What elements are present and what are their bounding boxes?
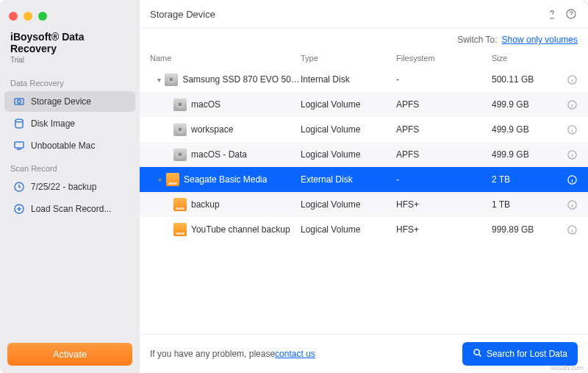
device-filesystem: HFS+ [396, 199, 492, 210]
contact-us-link[interactable]: contact us [275, 349, 315, 359]
page-title: Storage Device [150, 9, 215, 20]
section-data-recovery: Data Recovery [0, 71, 140, 90]
info-icon[interactable] [566, 149, 578, 160]
titlebar: Storage Device [140, 0, 588, 29]
storage-device-icon [13, 96, 25, 107]
info-icon[interactable] [566, 124, 578, 135]
maximize-icon[interactable] [38, 12, 47, 21]
info-icon[interactable] [566, 174, 578, 185]
sidebar-scan-record-item[interactable]: 7/25/22 - backup [4, 177, 135, 197]
device-size: 500.11 GB [492, 74, 566, 85]
info-icon[interactable] [566, 199, 578, 210]
section-scan-record: Scan Record [0, 157, 140, 176]
disk-image-icon [13, 118, 25, 129]
sidebar: iBoysoft® Data Recovery Trial Data Recov… [0, 0, 140, 373]
table-row[interactable]: macOS - DataLogical VolumeAPFS499.9 GB [140, 142, 588, 167]
show-only-volumes-link[interactable]: Show only volumes [502, 35, 578, 45]
footer-text: If you have any problem, please [150, 349, 275, 359]
app-window: iBoysoft® Data Recovery Trial Data Recov… [0, 0, 588, 373]
device-size: 2 TB [492, 174, 566, 185]
search-for-lost-data-button[interactable]: Search for Lost Data [462, 342, 578, 366]
svg-point-1 [18, 100, 21, 103]
window-controls [0, 6, 140, 31]
internal-disk-icon [173, 123, 187, 136]
app-brand: iBoysoft® Data Recovery [0, 31, 140, 56]
sidebar-item-unbootable-mac[interactable]: Unbootable Mac [4, 135, 135, 156]
device-size: 499.9 GB [492, 149, 566, 160]
sidebar-item-label: Storage Device [31, 96, 91, 107]
internal-disk-icon [173, 98, 187, 111]
table-row[interactable]: ▾Samsung SSD 870 EVO 500GB...Internal Di… [140, 67, 588, 92]
info-icon[interactable] [566, 74, 578, 85]
hint-icon[interactable] [545, 7, 559, 21]
sidebar-load-scan-record[interactable]: Load Scan Record... [4, 199, 135, 219]
device-filesystem: - [396, 74, 492, 85]
device-name: YouTube channel backup [191, 224, 290, 235]
external-disk-icon [173, 223, 187, 236]
sidebar-item-label: 7/25/22 - backup [31, 182, 96, 192]
info-icon[interactable] [566, 99, 578, 110]
col-filesystem: Filesystem [396, 54, 492, 63]
close-icon[interactable] [9, 12, 18, 21]
table-row[interactable]: macOSLogical VolumeAPFS499.9 GB [140, 92, 588, 117]
device-name: macOS [191, 99, 220, 110]
switch-row: Switch To: Show only volumes [140, 29, 588, 49]
device-filesystem: HFS+ [396, 224, 492, 235]
table-header: Name Type Filesystem Size [140, 49, 588, 67]
col-size: Size [492, 54, 578, 63]
col-name: Name [150, 54, 301, 63]
minimize-icon[interactable] [24, 12, 32, 21]
internal-disk-icon [173, 148, 187, 161]
footer: If you have any problem, please contact … [140, 334, 588, 373]
table-row[interactable]: workspaceLogical VolumeAPFS499.9 GB [140, 117, 588, 142]
device-name: backup [191, 199, 220, 210]
help-icon[interactable] [564, 7, 578, 21]
device-table: ▾Samsung SSD 870 EVO 500GB...Internal Di… [140, 67, 588, 334]
device-filesystem: - [396, 174, 492, 185]
plus-circle-icon [13, 203, 25, 215]
table-row[interactable]: ▾Seagate Basic MediaExternal Disk-2 TB [140, 167, 588, 192]
unbootable-mac-icon [13, 140, 25, 152]
info-icon[interactable] [566, 224, 578, 235]
external-disk-icon [173, 198, 187, 211]
device-filesystem: APFS [396, 124, 492, 135]
device-filesystem: APFS [396, 99, 492, 110]
search-icon [473, 348, 482, 360]
internal-disk-icon [165, 73, 178, 86]
watermark: wsxdn.com [551, 364, 584, 372]
col-type: Type [301, 54, 396, 63]
app-tier: Trial [0, 56, 140, 71]
sidebar-item-disk-image[interactable]: Disk Image [4, 113, 135, 134]
sidebar-item-label: Unbootable Mac [31, 141, 95, 151]
table-row[interactable]: backupLogical VolumeHFS+1 TB [140, 192, 588, 217]
sidebar-bottom: Activate [0, 335, 140, 373]
chevron-down-icon[interactable]: ▾ [154, 76, 163, 84]
device-type: Logical Volume [301, 199, 396, 210]
device-filesystem: APFS [396, 149, 492, 160]
svg-point-2 [15, 119, 23, 122]
device-type: Logical Volume [301, 99, 396, 110]
device-name: Samsung SSD 870 EVO 500GB... [182, 74, 301, 85]
svg-point-14 [474, 349, 479, 355]
svg-rect-3 [15, 142, 24, 148]
activate-button[interactable]: Activate [7, 343, 132, 366]
table-row[interactable]: YouTube channel backupLogical VolumeHFS+… [140, 217, 588, 242]
device-type: Internal Disk [301, 74, 396, 85]
switch-to-label: Switch To: [457, 35, 497, 45]
device-size: 499.9 GB [492, 124, 566, 135]
device-name: macOS - Data [191, 149, 247, 160]
device-size: 1 TB [492, 199, 566, 210]
device-type: Logical Volume [301, 124, 396, 135]
device-type: Logical Volume [301, 224, 396, 235]
sidebar-item-label: Load Scan Record... [31, 204, 111, 214]
device-size: 999.89 GB [492, 224, 566, 235]
device-name: workspace [191, 124, 233, 135]
device-size: 499.9 GB [492, 99, 566, 110]
main-panel: Storage Device Switch To: Show only volu… [140, 0, 588, 373]
sidebar-item-label: Disk Image [31, 118, 75, 129]
chevron-down-icon[interactable]: ▾ [154, 176, 165, 184]
history-icon [13, 181, 25, 193]
sidebar-item-storage-device[interactable]: Storage Device [4, 91, 135, 112]
device-name: Seagate Basic Media [184, 174, 267, 185]
external-disk-icon [166, 173, 179, 186]
